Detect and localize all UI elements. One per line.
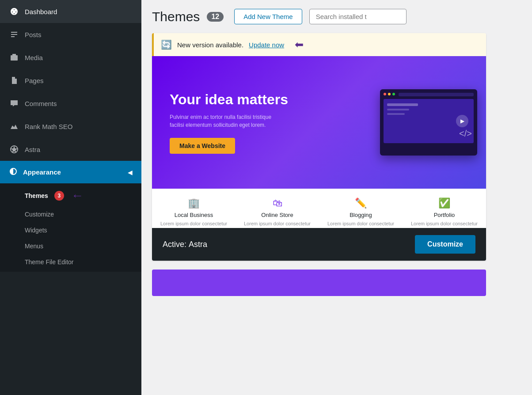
mockup-topbar [384,93,474,96]
mockup-browser: ▶ </> [380,89,477,156]
sidebar-item-appearance[interactable]: Appearance ◀ [0,161,141,183]
mockup-line-3 [387,113,405,115]
mockup-content: ▶ </> [384,99,474,143]
category-online-store: 🛍 Online Store Lorem ipsum dolor consect… [236,198,319,226]
sidebar-item-widgets[interactable]: Widgets [0,222,141,238]
posts-icon [9,29,19,40]
active-theme-bar: Active: Astra Customize [152,228,486,261]
mockup-line-1 [387,103,418,106]
update-icon: 🔄 [161,39,172,50]
pages-icon [9,75,19,86]
theme-preview-subtext: Pulvinar enim ac tortor nulla facilisi t… [170,113,276,129]
svg-rect-0 [11,55,18,61]
category-local-business: 🏢 Local Business Lorem ipsum dolor conse… [152,198,236,226]
online-store-icon: 🛍 [273,198,282,209]
blogging-icon: ✏️ [355,198,367,209]
sidebar-widgets-label: Widgets [25,227,47,234]
update-notice: 🔄 New version available. Update now ⬅ [152,33,486,56]
appearance-submenu: Themes 3 ← Customize Widgets Menus Theme… [0,183,141,272]
sidebar-item-rank-math[interactable]: Rank Math SEO [0,115,141,138]
mockup-dot-red [384,93,386,95]
second-theme-card [152,270,486,296]
make-website-button[interactable]: Make a Website [170,138,235,154]
sidebar-item-comments[interactable]: Comments [0,92,141,115]
sidebar-item-customize[interactable]: Customize [0,206,141,222]
theme-preview-content: Your idea matters Pulvinar enim ac torto… [152,56,371,189]
sidebar-item-comments-label: Comments [25,100,57,107]
mockup-dot-yellow [388,93,391,95]
sidebar-item-themes[interactable]: Themes 3 ← [0,185,141,206]
sidebar-item-pages[interactable]: Pages [0,69,141,92]
sidebar-themes-label: Themes [25,192,48,199]
category-row: 🏢 Local Business Lorem ipsum dolor conse… [152,189,486,228]
play-button-icon: ▶ [456,115,468,127]
sidebar-item-dashboard-label: Dashboard [25,8,57,15]
active-theme-info: Active: Astra [163,240,207,249]
sidebar-item-astra-label: Astra [25,146,40,153]
themes-arrow-icon: ← [71,190,84,202]
sidebar-item-pages-label: Pages [25,77,44,84]
theme-preview: Your idea matters Pulvinar enim ac torto… [152,56,486,189]
sidebar-customize-label: Customize [25,211,54,218]
sidebar-theme-file-editor-label: Theme File Editor [25,258,73,266]
media-icon [9,52,19,63]
sidebar-item-menus[interactable]: Menus [0,238,141,254]
active-label-text: Active: [163,240,186,249]
update-arrow-icon: ⬅ [295,38,304,51]
mockup-urlbar [399,93,474,96]
sidebar-item-astra[interactable]: Astra [0,138,141,161]
category-portfolio-label: Portfolio [434,212,455,218]
themes-badge: 3 [54,191,64,201]
category-blogging-desc: Lorem ipsum dolor consectetur [326,221,396,226]
theme-preview-mockup: ▶ </> [371,56,486,189]
sidebar-menus-label: Menus [25,243,43,250]
category-local-business-desc: Lorem ipsum dolor consectetur [159,221,229,226]
sidebar-item-media-label: Media [25,54,43,61]
sidebar-item-appearance-label: Appearance [23,168,61,176]
update-now-link[interactable]: Update now [249,41,284,49]
appearance-arrow-icon: ◀ [128,169,133,176]
category-local-business-label: Local Business [175,212,213,218]
main-content: Themes 12 Add New Theme 🔄 New version av… [141,0,532,395]
sidebar-item-posts[interactable]: Posts [0,23,141,46]
rank-math-icon [9,121,19,132]
category-blogging-label: Blogging [350,212,372,218]
sidebar-item-dashboard[interactable]: Dashboard [0,0,141,23]
mockup-line-2 [387,109,409,110]
add-new-theme-button[interactable]: Add New Theme [234,9,302,24]
category-portfolio-desc: Lorem ipsum dolor consectetur [409,221,479,226]
local-business-icon: 🏢 [188,198,200,209]
customize-button[interactable]: Customize [415,235,475,254]
theme-preview-headline: Your idea matters [170,91,353,108]
search-input[interactable] [309,9,407,24]
comments-icon [9,98,19,109]
category-online-store-desc: Lorem ipsum dolor consectetur [242,221,312,226]
sidebar-item-theme-file-editor[interactable]: Theme File Editor [0,254,141,270]
category-blogging: ✏️ Blogging Lorem ipsum dolor consectetu… [319,198,403,226]
sidebar-item-media[interactable]: Media [0,46,141,69]
appearance-icon [9,167,18,177]
update-notice-text: New version available. [177,41,243,49]
category-online-store-label: Online Store [261,212,293,218]
portfolio-icon: ✅ [438,198,450,209]
sidebar: Dashboard Posts Media Pages Comments Ran… [0,0,141,395]
sidebar-item-rank-math-label: Rank Math SEO [25,123,72,130]
active-theme-label: Active: Astra [163,240,207,249]
astra-icon [9,144,19,155]
code-icon: </> [459,129,472,139]
page-title: Themes [152,9,200,24]
active-theme-name: Astra [189,240,207,249]
page-header: Themes 12 Add New Theme [152,9,521,24]
category-portfolio: ✅ Portfolio Lorem ipsum dolor consectetu… [403,198,486,226]
astra-theme-card: 🔄 New version available. Update now ⬅ Yo… [152,33,486,261]
dashboard-icon [9,6,19,17]
sidebar-item-posts-label: Posts [25,31,42,38]
mockup-dot-green [392,93,395,95]
themes-count-badge: 12 [207,12,224,22]
